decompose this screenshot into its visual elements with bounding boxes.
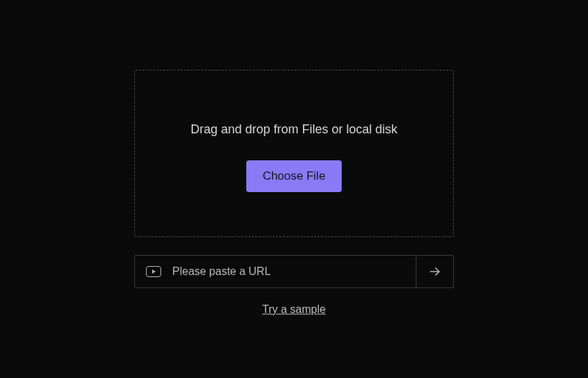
url-input-wrap [135, 256, 416, 287]
url-input[interactable] [172, 265, 405, 278]
video-icon [146, 266, 161, 277]
choose-file-button[interactable]: Choose File [246, 160, 342, 192]
submit-url-button[interactable] [416, 256, 453, 287]
dropzone[interactable]: Drag and drop from Files or local disk C… [134, 70, 454, 237]
dropzone-instruction: Drag and drop from Files or local disk [190, 122, 397, 137]
try-sample-link[interactable]: Try a sample [262, 303, 326, 316]
upload-container: Drag and drop from Files or local disk C… [134, 70, 454, 316]
arrow-right-icon [428, 265, 442, 278]
url-row [134, 255, 454, 288]
